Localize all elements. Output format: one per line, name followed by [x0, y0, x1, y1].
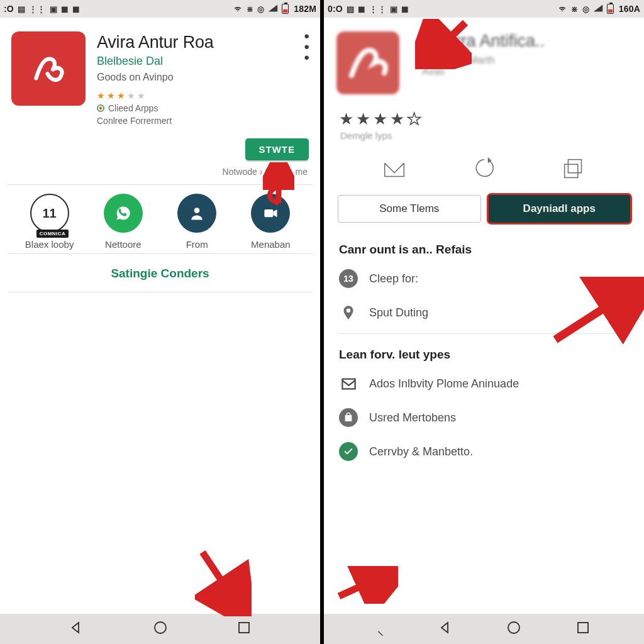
divider: [8, 292, 313, 292]
info-row[interactable]: 13 Cleep for:: [324, 262, 644, 296]
secondary-button-label: Some Tlems: [379, 203, 439, 215]
status-icon: ▤: [18, 5, 25, 13]
app-title: Avira Antur Roa: [97, 33, 280, 52]
status-icon: ▣: [390, 5, 397, 13]
left-pane: :O ▤ ⋮⋮ ▣ ◼ ◼ ⋇ ◎ 182M: [0, 0, 322, 644]
whatsapp-icon: [104, 194, 143, 233]
svg-rect-3: [239, 623, 249, 633]
share-item-video[interactable]: Menaban: [240, 194, 301, 250]
svg-point-0: [194, 208, 200, 213]
bag-icon: [339, 408, 358, 427]
overflow-menu-icon[interactable]: •••: [291, 31, 309, 126]
share-label: Menaban: [251, 239, 291, 250]
app-subtitle: Goods on Avinpo: [97, 72, 280, 83]
mail-outline-icon[interactable]: [380, 155, 409, 186]
share-item-1[interactable]: 11 COMNICA Blaex looby: [19, 194, 80, 250]
copy-icon[interactable]: [560, 155, 589, 186]
status-icon: ⋮⋮: [369, 5, 386, 13]
developer-name[interactable]: Blelbesie Dal: [97, 55, 280, 68]
star-rating[interactable]: ★★★★★: [324, 101, 644, 130]
install-button[interactable]: STWTE: [245, 138, 309, 160]
svg-point-2: [155, 622, 166, 633]
share-label: From: [186, 239, 208, 250]
avira-glyph-icon: [336, 31, 399, 94]
info-row[interactable]: Ados Inlbvity Plome Aninuade: [324, 367, 644, 401]
share-row: 11 COMNICA Blaex looby Nettoore From: [0, 185, 320, 253]
status-icon: ▧: [347, 5, 354, 13]
info-row[interactable]: Usred Mertobens: [324, 401, 644, 435]
rating-subtitle: Demgle lyps: [324, 130, 644, 146]
info-row-label: Cleep for:: [369, 272, 418, 286]
info-row[interactable]: Sput Duting: [324, 296, 644, 330]
info-row-label: Usred Mertobens: [369, 411, 456, 425]
envelope-icon: [339, 374, 358, 393]
status-bar: 0:O ▧ ◼ ⋮⋮ ▣ ◼ ⋇ ◎ 160A: [324, 0, 644, 18]
app-sub-2: Avsb: [422, 66, 631, 77]
status-clock: :O: [4, 4, 14, 14]
bluetooth-icon: ⋇: [247, 5, 253, 13]
info-row-label: Cerrvby & Manbetto.: [369, 445, 473, 458]
star-rating: ★★★★★: [97, 91, 280, 101]
battery-icon: [607, 4, 615, 14]
section-link[interactable]: Satingie Conders: [0, 254, 320, 292]
app-meta-2: Conlree Forrermert: [97, 116, 280, 126]
avira-glyph-icon: [26, 47, 70, 91]
nav-bar: ⸜: [324, 614, 644, 644]
status-tail-text: 182M: [294, 4, 316, 14]
secondary-text: Notwode › Stume me: [0, 163, 320, 184]
nav-bar: [0, 614, 320, 644]
rating-badge-icon: [97, 104, 104, 112]
battery-icon: [282, 4, 290, 14]
nav-recent-icon[interactable]: [575, 620, 591, 638]
status-bar: :O ▤ ⋮⋮ ▣ ◼ ◼ ⋇ ◎ 182M: [0, 0, 320, 18]
status-icon: ⋮⋮: [29, 5, 45, 13]
primary-download-button-label: Dayniadl apps: [523, 203, 596, 215]
status-icon: ◼: [358, 4, 365, 13]
app-title: Kavirra Antifica..: [422, 31, 631, 51]
person-icon: [177, 194, 216, 233]
status-icon: ▣: [50, 5, 57, 13]
primary-download-button[interactable]: Dayniadl apps: [489, 195, 631, 223]
status-icon: ◼: [72, 4, 80, 13]
svg-point-6: [508, 622, 519, 633]
nav-back-icon[interactable]: [438, 620, 453, 638]
bluetooth-icon: ⋇: [571, 5, 578, 13]
status-icon: ◼: [61, 4, 69, 13]
status-icon: ◎: [257, 5, 264, 13]
signal-icon: [268, 4, 278, 14]
downloads-count-icon: 11 COMNICA: [30, 194, 69, 233]
status-tail-text: 160A: [619, 4, 640, 14]
status-clock: 0:O: [328, 4, 343, 14]
svg-rect-1: [265, 209, 274, 217]
action-icon-row: [324, 146, 644, 195]
svg-rect-5: [564, 164, 577, 177]
app-meta-1: Clieed Arpps: [97, 103, 280, 113]
right-pane: 0:O ▧ ◼ ⋮⋮ ▣ ◼ ⋇ ◎ 160A: [322, 0, 644, 644]
app-detail-screen: Kavirra Antifica.. Mamasde.Marth Avsb ★★…: [324, 18, 644, 614]
status-icon: ◎: [582, 5, 589, 13]
refresh-icon[interactable]: [470, 155, 499, 186]
app-icon[interactable]: [11, 31, 86, 106]
share-item-contact[interactable]: From: [167, 194, 227, 250]
svg-rect-4: [568, 160, 581, 173]
share-label: Nettoore: [105, 239, 142, 250]
nav-menu-icon[interactable]: ⸜: [377, 622, 384, 636]
nav-recent-icon[interactable]: [236, 620, 252, 638]
svg-rect-7: [578, 623, 588, 633]
share-label: Blaex looby: [25, 239, 74, 250]
age-badge-icon: 13: [339, 269, 358, 288]
divider: [338, 333, 630, 334]
section-heading-1: Canr ount is an.. Refais: [324, 233, 644, 262]
secondary-button[interactable]: Some Tlems: [338, 195, 481, 223]
info-row[interactable]: Cerrvby & Manbetto.: [324, 435, 644, 469]
location-pin-icon: [339, 303, 358, 322]
app-icon[interactable]: [336, 31, 399, 94]
nav-home-icon[interactable]: [153, 620, 168, 638]
nav-home-icon[interactable]: [506, 620, 521, 638]
section-heading-2: Lean forv. leut ypes: [324, 338, 644, 367]
install-button-label: STWTE: [259, 144, 296, 155]
share-item-whatsapp[interactable]: Nettoore: [93, 194, 153, 250]
app-sub-1: Mamasde.Marth: [422, 55, 631, 66]
nav-back-icon[interactable]: [69, 620, 84, 638]
wifi-icon: [557, 4, 567, 14]
